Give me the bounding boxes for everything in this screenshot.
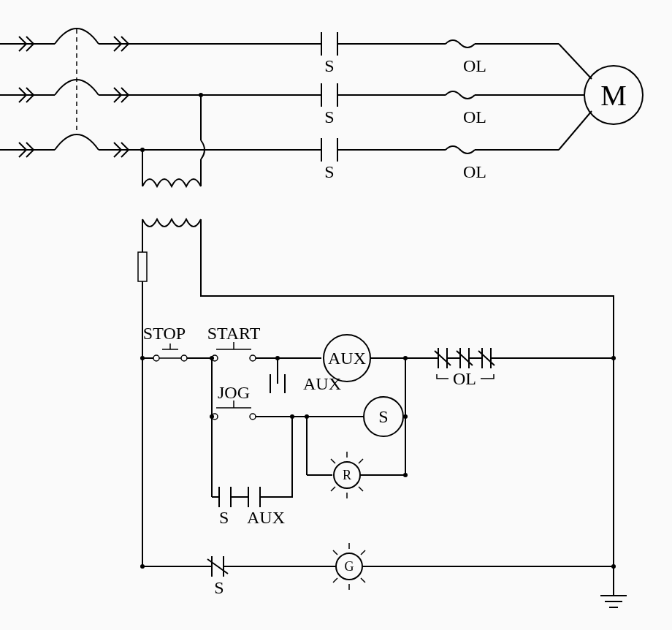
- aux-coil-label: AUX: [328, 349, 366, 368]
- start-label: START: [207, 324, 261, 343]
- svg-point-20: [403, 473, 408, 477]
- ol-nc-label: OL: [453, 369, 476, 388]
- r-lamp-label: R: [343, 468, 351, 482]
- svg-point-23: [140, 356, 145, 360]
- ol-nc-contacts: [435, 348, 495, 368]
- s-coil-label: S: [378, 407, 388, 426]
- ladder-diagram: S S S OL OL OL M STOP START AUX: [0, 0, 672, 630]
- aux-seal-label: AUX: [247, 508, 285, 527]
- g-lamp-label: G: [345, 559, 354, 574]
- ol-label-1: OL: [463, 56, 486, 75]
- contact-s-label-2: S: [324, 107, 334, 126]
- svg-point-22: [611, 564, 616, 569]
- svg-point-24: [611, 356, 616, 360]
- motor-label: M: [600, 79, 627, 112]
- contact-s-label-3: S: [324, 162, 334, 181]
- aux-contact-across-start: AUX: [303, 374, 341, 393]
- contact-s-label-1: S: [324, 56, 334, 75]
- ol-label-3: OL: [463, 162, 486, 181]
- ol-label-2: OL: [463, 107, 486, 126]
- s-nc-label: S: [214, 578, 224, 597]
- svg-point-5: [181, 355, 187, 361]
- svg-point-25: [140, 564, 145, 569]
- jog-label: JOG: [218, 383, 250, 402]
- svg-point-13: [250, 414, 256, 420]
- s-seal-label: S: [219, 508, 229, 527]
- svg-point-18: [305, 414, 309, 419]
- svg-rect-3: [138, 252, 147, 281]
- svg-point-7: [250, 355, 256, 361]
- svg-point-4: [153, 355, 159, 361]
- stop-label: STOP: [143, 324, 186, 343]
